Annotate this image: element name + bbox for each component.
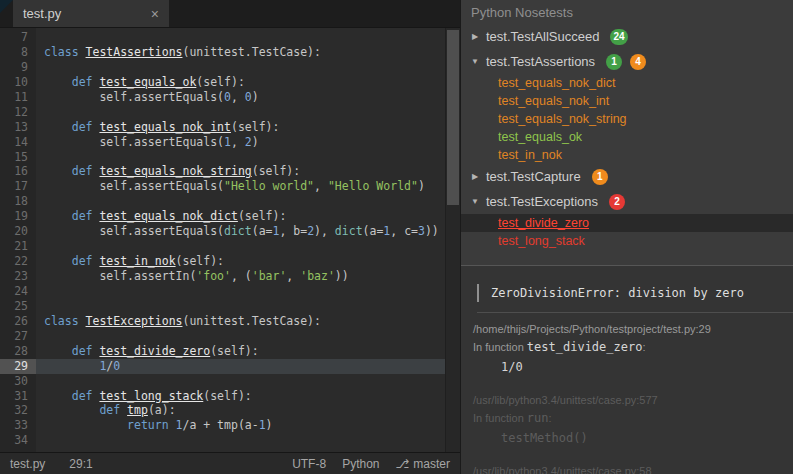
line-number: 29 [0, 359, 36, 374]
tab-test-py[interactable]: test.py × [13, 0, 169, 27]
code-line[interactable]: 10 def test_equals_ok(self): [0, 75, 445, 90]
test-case-row[interactable]: test_equals_nok_dict [461, 74, 793, 92]
line-number: 33 [0, 418, 36, 433]
code-text [36, 284, 44, 299]
test-case-label: test_equals_nok_dict [498, 76, 615, 90]
code-text: def test_divide_zero(self): [36, 344, 259, 359]
code-line[interactable]: 26class TestExceptions(unittest.TestCase… [0, 314, 445, 329]
tab-bar: test.py × [0, 0, 460, 28]
frame-location-link[interactable]: /home/thijs/Projects/Python/testproject/… [473, 323, 781, 335]
code-line[interactable]: 11 self.assertEquals(0, 0) [0, 90, 445, 105]
test-case-label: test_in_nok [498, 148, 562, 162]
tab-list-dropdown-icon[interactable] [0, 0, 13, 13]
code-line[interactable]: 23 self.assertIn('foo', ('bar', 'baz')) [0, 269, 445, 284]
line-number: 15 [0, 150, 36, 165]
test-group-row[interactable]: ▶test.TestCapture1 [461, 164, 793, 189]
code-line[interactable]: 8class TestAssertions(unittest.TestCase)… [0, 45, 445, 60]
code-line[interactable]: 7 [0, 30, 445, 45]
code-line[interactable]: 31 def test_long_stack(self): [0, 389, 445, 404]
frame-location-link[interactable]: /usr/lib/python3.4/unittest/case.py:58 [473, 465, 781, 474]
editor-pane: test.py × 78class TestAssertions(unittes… [0, 0, 460, 474]
test-case-row[interactable]: test_equals_nok_int [461, 92, 793, 110]
code-text: self.assertEquals(0, 0) [36, 90, 259, 105]
code-line[interactable]: 20 self.assertEquals(dict(a=1, b=2), dic… [0, 224, 445, 239]
frame-code: 1/0 [501, 360, 781, 374]
code-text [36, 329, 44, 344]
code-line[interactable]: 28 def test_divide_zero(self): [0, 344, 445, 359]
code-text: 1/0 [36, 359, 120, 374]
test-group-row[interactable]: ▼test.TestAssertions14 [461, 49, 793, 74]
code-text: self.assertEquals(dict(a=1, b=2), dict(a… [36, 224, 439, 239]
code-line[interactable]: 33 return 1/a + tmp(a-1) [0, 418, 445, 433]
code-line[interactable]: 12 [0, 105, 445, 120]
code-line[interactable]: 13 def test_equals_nok_int(self): [0, 120, 445, 135]
chevron-right-icon[interactable]: ▶ [469, 172, 481, 181]
code-line[interactable]: 17 self.assertEquals("Hello world", "Hel… [0, 179, 445, 194]
tab-close-icon[interactable]: × [151, 6, 159, 22]
line-number: 8 [0, 45, 36, 60]
test-case-label: test_equals_nok_int [498, 94, 609, 108]
test-count-badge: 24 [610, 29, 627, 45]
divider [477, 312, 793, 313]
traceback-frames: /home/thijs/Projects/Python/testproject/… [461, 323, 793, 474]
frame-code: testMethod() [501, 431, 781, 445]
git-branch-icon: ⎇ [395, 457, 409, 471]
test-case-row[interactable]: test_equals_nok_string [461, 110, 793, 128]
test-case-label: test_equals_ok [498, 130, 582, 144]
test-group-row[interactable]: ▶test.TestAllSucceed24 [461, 24, 793, 49]
code-line[interactable]: 19 def test_equals_nok_dict(self): [0, 209, 445, 224]
code-text: class TestExceptions(unittest.TestCase): [36, 314, 321, 329]
code-line[interactable]: 34 [0, 433, 445, 448]
statusbar-branch: ⎇ master [395, 457, 450, 471]
line-number: 34 [0, 433, 36, 448]
code-text [36, 105, 44, 120]
code-line[interactable]: 9 [0, 60, 445, 75]
line-number: 27 [0, 329, 36, 344]
test-case-row[interactable]: test_divide_zero [461, 214, 793, 232]
statusbar-branch-name: master [413, 457, 450, 471]
test-count-badge: 1 [592, 169, 608, 185]
code-line[interactable]: 25 [0, 299, 445, 314]
code-text: def test_equals_nok_int(self): [36, 120, 279, 135]
code-line[interactable]: 32 def tmp(a): [0, 403, 445, 418]
chevron-down-icon[interactable]: ▼ [469, 57, 481, 66]
scrollbar-thumb[interactable] [447, 30, 459, 205]
code-line[interactable]: 29 1/0 [0, 359, 445, 374]
chevron-down-icon[interactable]: ▼ [469, 197, 481, 206]
test-case-row[interactable]: test_long_stack [461, 232, 793, 250]
code-text [36, 299, 44, 314]
code-line[interactable]: 16 def test_equals_nok_string(self): [0, 164, 445, 179]
editor-vertical-scrollbar[interactable] [445, 28, 460, 452]
code-line[interactable]: 21 [0, 239, 445, 254]
code-text: def test_equals_nok_dict(self): [36, 209, 286, 224]
traceback-frame: /usr/lib/python3.4/unittest/case.py:58 [473, 465, 781, 474]
test-group-row[interactable]: ▼test.TestExceptions2 [461, 189, 793, 214]
test-case-label: test_divide_zero [498, 216, 589, 230]
statusbar-left: test.py 29:1 [10, 457, 93, 471]
code-line[interactable]: 22 def test_in_nok(self): [0, 254, 445, 269]
code-line[interactable]: 18 [0, 194, 445, 209]
test-case-row[interactable]: test_in_nok [461, 146, 793, 164]
traceback-frame: /home/thijs/Projects/Python/testproject/… [473, 323, 781, 374]
test-case-row[interactable]: test_equals_ok [461, 128, 793, 146]
line-number: 20 [0, 224, 36, 239]
code-text: def test_equals_ok(self): [36, 75, 245, 90]
code-text [36, 60, 44, 75]
code-line[interactable]: 15 [0, 150, 445, 165]
frame-function-name: test_divide_zero [527, 340, 643, 354]
code-text [36, 30, 44, 45]
code-text: class TestAssertions(unittest.TestCase): [36, 45, 321, 60]
test-group-label: test.TestAssertions [486, 54, 595, 69]
line-number: 13 [0, 120, 36, 135]
line-number: 7 [0, 30, 36, 45]
code-line[interactable]: 24 [0, 284, 445, 299]
line-number: 18 [0, 194, 36, 209]
code-editor[interactable]: 78class TestAssertions(unittest.TestCase… [0, 28, 445, 452]
code-line[interactable]: 14 self.assertEquals(1, 2) [0, 135, 445, 150]
code-line[interactable]: 30 [0, 374, 445, 389]
chevron-right-icon[interactable]: ▶ [469, 32, 481, 41]
frame-location-link[interactable]: /usr/lib/python3.4/unittest/case.py:577 [473, 394, 781, 406]
code-line[interactable]: 27 [0, 329, 445, 344]
traceback-frame: /usr/lib/python3.4/unittest/case.py:577I… [473, 394, 781, 445]
ide-window: test.py × 78class TestAssertions(unittes… [0, 0, 793, 474]
